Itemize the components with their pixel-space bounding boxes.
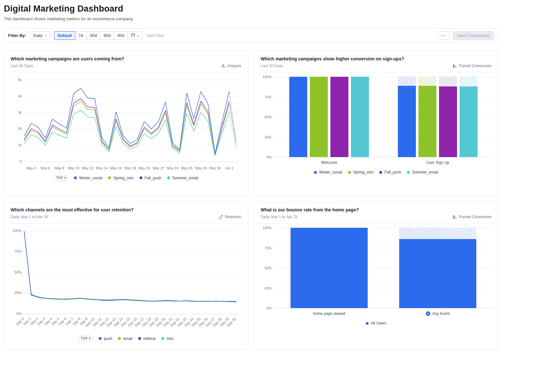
funnel-bar-winter_social[interactable] <box>398 77 416 157</box>
legend-item-fall_push[interactable]: Fall_push <box>379 170 401 174</box>
date-picker-button[interactable] <box>128 31 143 40</box>
funnel-bar-spring_sms[interactable] <box>418 77 436 157</box>
svg-text:Day 1: Day 1 <box>22 317 32 326</box>
bounce-funnel-chart[interactable]: 0%25%50%75%100%home page viewedAny Event <box>260 228 492 316</box>
chart-mode[interactable]: Funnel Conversion <box>453 64 491 68</box>
dashboard-header: Digital Marketing Dashboard This dashboa… <box>4 0 498 21</box>
funnel-plot <box>275 228 492 308</box>
legend-item-spring_sms[interactable]: Spring_sms <box>108 176 133 180</box>
funnel-bar-fill <box>310 77 328 157</box>
signup-funnel-chart[interactable]: 0%25%50%75%100%WelcomeUser Sign Up <box>260 77 492 165</box>
preset-90d-button[interactable]: 90d <box>114 31 128 40</box>
chart-mode-label: Retention <box>225 215 241 219</box>
legend-color-dot <box>314 171 317 174</box>
svg-text:Day 7: Day 7 <box>65 317 74 326</box>
chart-mode-label: Funnel Conversion <box>459 64 491 68</box>
panel-bounce-rate: What is our bounce rate from the home pa… <box>254 202 498 350</box>
funnel-step-group <box>383 77 492 157</box>
preset-60d-button[interactable]: 60d <box>100 31 114 40</box>
funnel-bar-spring_sms[interactable] <box>310 77 328 157</box>
svg-text:Day 5: Day 5 <box>51 317 60 326</box>
svg-text:May 4: May 4 <box>26 166 36 170</box>
legend-item-referral[interactable]: referral <box>138 336 156 341</box>
funnel-step-group <box>275 77 383 157</box>
panel-title: What is our bounce rate from the home pa… <box>261 207 359 212</box>
svg-text:Day 8: Day 8 <box>72 317 81 326</box>
legend-top4-badge: TOP 4 <box>78 336 93 341</box>
svg-text:Day 4: Day 4 <box>44 317 53 326</box>
svg-text:2k: 2k <box>18 127 22 130</box>
date-range-presets: Default7d30d60d90d <box>54 31 143 40</box>
y-axis-label: 100% <box>263 226 272 230</box>
retention-line-chart[interactable]: 0%25%50%75%100%Day 0Day 1Day 2Day 3Day 4… <box>10 228 242 334</box>
legend-item-summer_email[interactable]: Summer_email <box>407 170 438 174</box>
interval-dropdown[interactable]: Daily <box>30 31 50 40</box>
y-axis-label: 25% <box>265 135 272 139</box>
svg-text:May 26: May 26 <box>181 166 193 170</box>
y-axis-label: 0% <box>266 155 272 159</box>
svg-text:3k: 3k <box>18 111 22 114</box>
retention-icon <box>219 215 223 219</box>
campaigns-line-chart[interactable]: 01k2k3k4k5kMay 4May 6May 8May 10May 12Ma… <box>10 77 242 173</box>
save-parameters-button[interactable]: Save Parameters <box>453 31 494 40</box>
panel-body: 0%25%50%75%100%Day 0Day 1Day 2Day 3Day 4… <box>4 223 248 349</box>
preset-30d-button[interactable]: 30d <box>86 31 101 40</box>
legend-item-fall_push[interactable]: Fall_push <box>139 176 161 180</box>
legend-item-all users[interactable]: All Users <box>366 321 386 325</box>
panel-title: Which marketing campaigns show higher co… <box>261 56 404 61</box>
legend-item-push[interactable]: push <box>99 336 112 341</box>
funnel-bar-fill <box>418 86 436 157</box>
panel-body: 0%25%50%75%100%home page viewedAny Event… <box>254 223 498 349</box>
legend-color-dot <box>138 337 141 340</box>
svg-text:Day 3: Day 3 <box>37 317 46 326</box>
legend-item-email[interactable]: email <box>118 336 132 341</box>
svg-text:May 30: May 30 <box>209 166 221 170</box>
preset-default-button[interactable]: Default <box>54 31 75 40</box>
filter-by-label: Filter By: <box>8 33 26 38</box>
legend-item-winter_social[interactable]: Winter_social <box>74 176 102 180</box>
dashboard-content: Digital Marketing Dashboard This dashboa… <box>4 0 498 350</box>
panel-retention: Which channels are the most effective fo… <box>4 202 248 350</box>
chart-mode[interactable]: Uniques <box>221 64 241 68</box>
chart-mode[interactable]: Retention <box>219 215 241 219</box>
panel-campaign-uniques: Which marketing campaigns are users comi… <box>4 51 248 197</box>
add-filter-button[interactable]: Add Filter <box>147 33 165 38</box>
chart-mode[interactable]: Funnel Conversion <box>453 215 491 219</box>
funnel-bar-all users[interactable] <box>291 228 368 308</box>
svg-text:May 12: May 12 <box>82 166 94 170</box>
panel-header: Which marketing campaigns are users comi… <box>4 51 248 72</box>
legend-item-sms[interactable]: sms <box>161 336 174 341</box>
funnel-bar-summer_email[interactable] <box>460 77 478 157</box>
funnel-bar-fill <box>399 239 476 308</box>
svg-text:May 18: May 18 <box>124 166 136 170</box>
funnel-conversion-icon <box>453 215 457 219</box>
funnel-bar-all users[interactable] <box>399 228 476 308</box>
svg-text:May 10: May 10 <box>68 166 79 170</box>
y-axis: 0%25%50%75%100% <box>260 228 275 308</box>
panel-subtitle: Daily, Mar 1 to Mar 30 <box>11 215 134 219</box>
y-axis-label: 25% <box>265 286 272 290</box>
panel-header: Which marketing campaigns show higher co… <box>254 51 498 72</box>
legend-item-spring_sms[interactable]: Spring_sms <box>348 170 373 174</box>
funnel-bar-fill <box>291 228 368 308</box>
panels-grid: Which marketing campaigns are users comi… <box>4 51 498 350</box>
funnel-bar-fall_push[interactable] <box>330 77 348 157</box>
legend-color-dot <box>167 176 170 179</box>
funnel-bar-winter_social[interactable] <box>289 77 307 157</box>
funnel-bar-summer_email[interactable] <box>351 77 369 157</box>
page-title: Digital Marketing Dashboard <box>4 4 498 14</box>
more-options-button[interactable]: ··· <box>438 31 450 40</box>
legend-item-winter_social[interactable]: Winter_social <box>314 170 342 174</box>
y-axis-label: 0% <box>266 306 272 310</box>
preset-7d-button[interactable]: 7d <box>75 31 86 40</box>
panel-signup-funnel: Which marketing campaigns show higher co… <box>254 51 498 197</box>
svg-text:Jun 1: Jun 1 <box>225 166 234 170</box>
funnel-step-group <box>383 228 492 308</box>
funnel-bar-fall_push[interactable] <box>439 77 457 157</box>
legend-item-summer_email[interactable]: Summer_email <box>167 176 198 180</box>
panel-header: What is our bounce rate from the home pa… <box>254 202 498 223</box>
funnel-step-label: home page viewed <box>275 311 383 316</box>
funnel-conversion-icon <box>453 64 457 68</box>
panel-title: Which channels are the most effective fo… <box>11 207 134 212</box>
y-axis-label: 75% <box>265 95 272 99</box>
